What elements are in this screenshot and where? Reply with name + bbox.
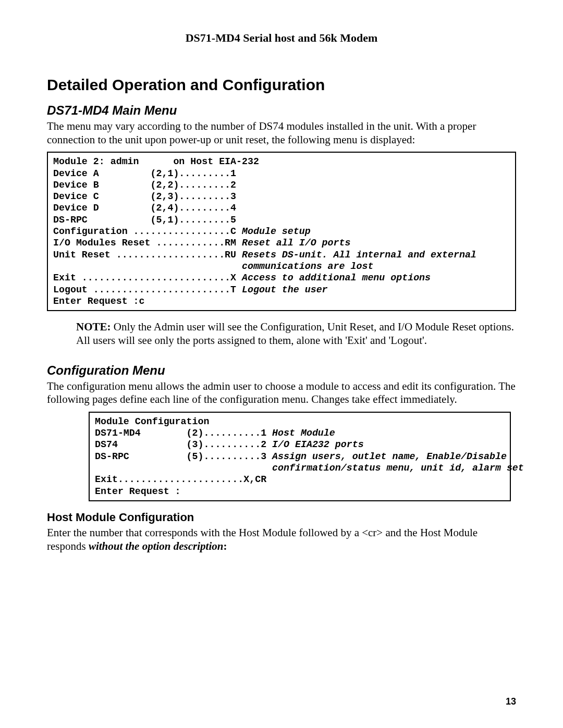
term-line: DS74 (3)..........2: [95, 439, 272, 450]
term-desc: communications are lost: [242, 261, 373, 272]
term-line: Unit Reset ...................RU: [53, 250, 242, 260]
term-pad: [95, 463, 272, 473]
term-prompt: Enter Request :: [95, 486, 181, 497]
running-header: DS71-MD4 Serial host and 56k Modem: [47, 31, 516, 45]
config-menu-intro: The configuration menu allows the admin …: [47, 380, 516, 406]
host-module-para: Enter the number that corresponds with t…: [47, 526, 516, 553]
term-line: Module Configuration: [95, 416, 209, 427]
term-line: Device A (2,1).........1: [53, 168, 236, 179]
term-prompt: Enter Request :c: [53, 296, 145, 306]
main-menu-intro: The menu may vary according to the numbe…: [47, 120, 516, 146]
term-line: DS71-MD4 (2)..........1: [95, 428, 272, 438]
page: DS71-MD4 Serial host and 56k Modem Detai…: [0, 0, 563, 728]
term-desc: confirmation/status menu, unit id, alarm…: [272, 463, 524, 473]
section-title: Detailed Operation and Configuration: [47, 76, 516, 94]
main-menu-terminal: Module 2: admin on Host EIA-232 Device A…: [47, 152, 516, 311]
term-desc: Resets DS-unit. All internal and externa…: [242, 250, 476, 260]
note-text: Only the Admin user will see the Configu…: [76, 320, 514, 347]
note-label: NOTE:: [76, 320, 111, 333]
term-line: DS-RPC (5,1).........5: [53, 215, 236, 225]
config-menu-heading: Configuration Menu: [47, 363, 516, 378]
main-menu-heading: DS71-MD4 Main Menu: [47, 103, 516, 118]
host-module-emph: without the option description: [89, 540, 223, 552]
host-module-colon: :: [223, 540, 227, 552]
term-line: Configuration .................C: [53, 226, 242, 237]
term-line: I/O Modules Reset ............RM: [53, 238, 242, 248]
term-line: Logout ........................T: [53, 285, 242, 295]
config-menu-terminal: Module Configuration DS71-MD4 (2).......…: [89, 412, 511, 501]
term-desc: Logout the user: [242, 285, 328, 295]
host-module-heading: Host Module Configuration: [47, 511, 516, 524]
term-pad: [53, 261, 242, 272]
term-line: Exit ..........................X: [53, 273, 242, 283]
page-number: 13: [506, 696, 516, 707]
term-desc: Access to additional menu options: [242, 273, 431, 283]
term-line: Module 2: admin on Host EIA-232: [53, 156, 259, 167]
note-block: NOTE: Only the Admin user will see the C…: [76, 320, 516, 347]
term-line: Device C (2,3).........3: [53, 191, 236, 202]
term-line: DS-RPC (5)..........3: [95, 451, 272, 462]
term-desc: Reset all I/O ports: [242, 238, 350, 248]
term-desc: Module setup: [242, 226, 311, 237]
term-desc: Host Module: [272, 428, 335, 438]
term-line: Device D (2,4).........4: [53, 203, 236, 213]
term-desc: Assign users, outlet name, Enable/Disabl…: [272, 451, 507, 462]
term-line: Device B (2,2).........2: [53, 180, 236, 190]
term-line: Exit......................X,CR: [95, 474, 266, 485]
term-desc: I/O EIA232 ports: [272, 439, 364, 450]
